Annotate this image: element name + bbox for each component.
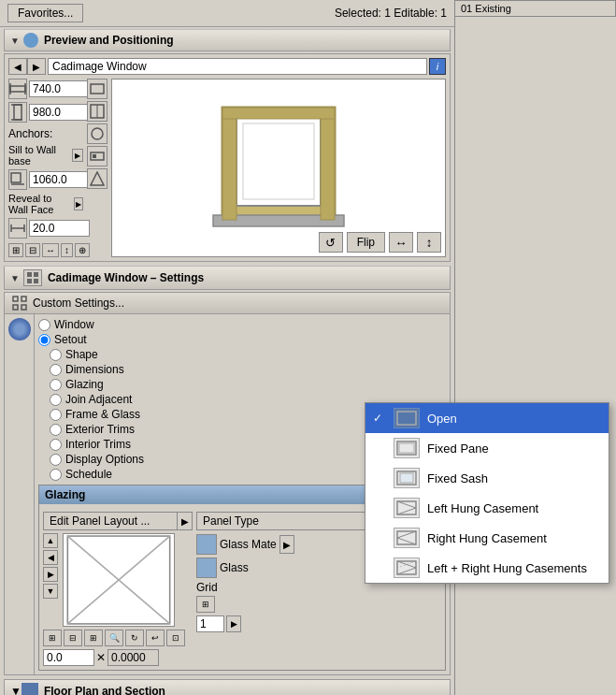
radio-display-options-input[interactable] [50, 454, 62, 466]
window-preview-container [199, 94, 358, 243]
dropdown-icon-open [394, 408, 420, 428]
grid-num-arrow[interactable]: ▶ [226, 615, 241, 632]
sill-arrow-button[interactable]: ▶ [72, 149, 83, 162]
small-icon-btn-3[interactable]: ↔ [42, 243, 59, 257]
flip-v-button[interactable]: ↕ [417, 232, 441, 253]
mid-icon-2[interactable] [87, 101, 107, 122]
radio-dimensions-label: Dimensions [65, 363, 124, 376]
glass-sub-swatch [196, 557, 217, 578]
mid-icon-5[interactable] [87, 168, 107, 189]
radio-shape-input[interactable] [50, 349, 62, 361]
svg-rect-44 [397, 531, 416, 544]
mid-icon-1[interactable] [87, 79, 107, 99]
radio-window: Window [38, 318, 446, 331]
radio-schedule-label: Schedule [65, 468, 112, 481]
panel-preview [63, 533, 175, 627]
rotate-button[interactable]: ↺ [319, 232, 343, 253]
floor-plan-arrow-icon[interactable]: ▼ [10, 685, 21, 695]
svg-rect-28 [34, 279, 38, 283]
panel-icon-2[interactable]: ⊟ [64, 630, 82, 646]
dropdown-icon-left-right-hung [394, 557, 420, 578]
favorites-button[interactable]: Favorites... [7, 4, 83, 22]
info-button[interactable]: i [429, 58, 446, 75]
svg-rect-47 [397, 561, 416, 574]
panel-icon-7[interactable]: ⊡ [166, 630, 185, 646]
radio-frame-glass-label: Frame & Glass [65, 408, 140, 421]
flip-button[interactable]: Flip [347, 232, 385, 253]
reveal-input[interactable] [29, 220, 90, 237]
panel-nav-up[interactable]: ▲ [43, 533, 58, 548]
grid-num-input[interactable] [196, 615, 224, 632]
radio-schedule-input[interactable] [50, 469, 62, 481]
width-row [8, 79, 83, 99]
preview-arrow-icon[interactable]: ▼ [10, 36, 20, 46]
nav-prev-button[interactable]: ◀ [8, 58, 27, 75]
panel-nav-down[interactable]: ▼ [43, 584, 58, 599]
right-panel-tab: 01 Existing [455, 0, 616, 17]
mid-icon-3[interactable] [87, 123, 107, 144]
radio-exterior-trims-input[interactable] [50, 424, 62, 436]
edit-panel-button[interactable]: Edit Panel Layout ... [43, 512, 178, 530]
x-input[interactable] [43, 649, 94, 666]
radio-window-input[interactable] [38, 319, 50, 331]
panel-nav: ▲ ◀ ▶ ▼ [43, 533, 58, 627]
radio-dimensions-input[interactable] [50, 364, 62, 376]
grid-icon-1[interactable]: ⊞ [196, 596, 215, 613]
preview-image: ↺ Flip ↔ ↕ [111, 79, 446, 257]
panel-nav-right[interactable]: ▶ [43, 567, 58, 582]
reveal-icon [8, 218, 27, 239]
dropdown-item-left-hung[interactable]: Left Hung Casement [365, 493, 609, 523]
svg-rect-41 [397, 501, 416, 514]
panel-icon-3[interactable]: ⊞ [84, 630, 103, 646]
radio-glazing-input[interactable] [50, 379, 62, 391]
svg-marker-17 [91, 172, 104, 185]
small-icon-btn-4[interactable]: ↕ [61, 243, 73, 257]
radio-setout: Setout [38, 333, 446, 346]
sill-input[interactable] [29, 171, 90, 188]
height-input[interactable] [29, 104, 90, 121]
radio-interior-trims-input[interactable] [50, 439, 62, 451]
window-name-input[interactable] [48, 58, 427, 75]
radio-window-label: Window [54, 318, 94, 331]
settings-arrow-icon[interactable]: ▼ [10, 273, 20, 283]
panel-icon-5[interactable]: ↻ [125, 630, 144, 646]
glass-sub-label: Glass [220, 561, 249, 574]
radio-shape: Shape [38, 348, 446, 361]
svg-line-45 [397, 531, 416, 538]
panel-nav-left[interactable]: ◀ [43, 550, 58, 565]
glass-arrow[interactable]: ▶ [279, 535, 294, 554]
small-icon-btn-2[interactable]: ⊟ [25, 243, 40, 257]
panel-icon-4[interactable]: 🔍 [105, 630, 123, 646]
x-label: ✕ [96, 651, 106, 664]
dropdown-item-left-right-hung[interactable]: Left + Right Hung Casements [365, 553, 609, 583]
svg-rect-36 [397, 412, 416, 425]
svg-line-43 [397, 508, 416, 514]
dropdown-item-right-hung[interactable]: Right Hung Casement [365, 523, 609, 553]
nav-next-button[interactable]: ▶ [27, 58, 46, 75]
panel-icon-1[interactable]: ⊞ [43, 630, 62, 646]
radio-join-adjacent-input[interactable] [50, 394, 62, 406]
reveal-arrow-button[interactable]: ▶ [74, 197, 83, 210]
mid-icon-4[interactable] [87, 146, 107, 167]
radio-join-adjacent-label: Join Adjacent [65, 393, 132, 406]
radio-frame-glass-input[interactable] [50, 409, 62, 421]
svg-rect-11 [91, 84, 104, 94]
custom-settings-label: Custom Settings... [33, 297, 124, 310]
panel-icon-6[interactable]: ↩ [146, 630, 165, 646]
width-input[interactable] [29, 80, 90, 97]
dropdown-item-open[interactable]: ✓ Open [365, 403, 609, 433]
dropdown-item-fixed-pane[interactable]: Fixed Pane [365, 433, 609, 463]
dropdown-item-fixed-sash[interactable]: Fixed Sash [365, 463, 609, 493]
mirror-button[interactable]: ↔ [389, 232, 413, 253]
small-icon-btn-1[interactable]: ⊞ [8, 243, 23, 257]
settings-section-title: Cadimage Window – Settings [48, 271, 204, 284]
settings-grid-icon [23, 269, 42, 286]
spiral-icon [8, 318, 31, 340]
floor-plan-header: ▼ Floor Plan and Section [5, 680, 450, 695]
floor-plan-icon [21, 683, 38, 695]
edit-panel-arrow-button[interactable]: ▶ [178, 512, 193, 530]
custom-settings-button[interactable]: Custom Settings... [5, 293, 450, 314]
y-input [107, 649, 159, 666]
radio-setout-input[interactable] [38, 334, 50, 346]
svg-rect-21 [243, 123, 314, 199]
